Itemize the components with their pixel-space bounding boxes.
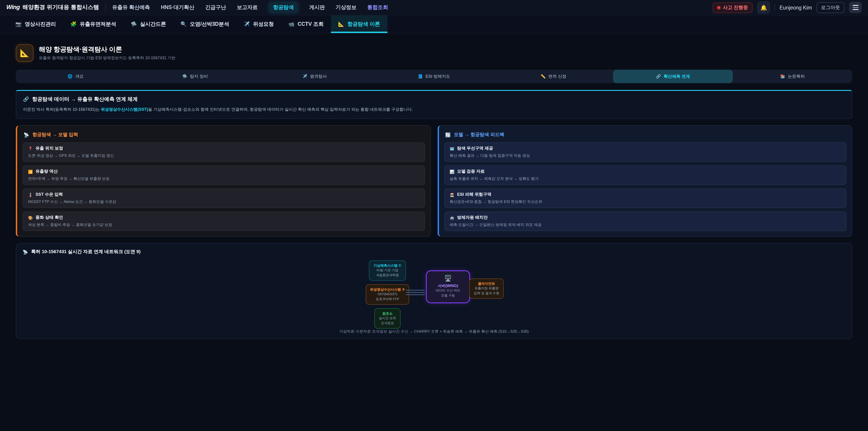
palette-icon: 🎨 xyxy=(28,215,33,220)
diagram-caption: 기상자료·수온자료·조석정보 실시간 수신 → CHARRY 조류 + 취송류 … xyxy=(23,329,845,334)
camera-icon: 📷 xyxy=(16,21,22,27)
triangle-ruler-icon: 📐 xyxy=(20,49,29,58)
tab-label: 원격탐사 xyxy=(310,73,327,79)
triangle-ruler-icon: 📐 xyxy=(338,21,344,27)
drone-icon: 🛸 xyxy=(182,74,187,79)
flow-item-title: 유출량 역산 xyxy=(35,168,58,175)
node-line: 입력 및 결과 수령 xyxy=(474,291,499,296)
node-client: 클라이언트 유출지점·유출량 입력 및 결과 수령 xyxy=(469,278,504,299)
flow-item-desc: 확산경로×ESI 중첩 → 항공탐색 ESI 현장확인 우선순위 xyxy=(450,199,841,204)
node-title: 검조소 xyxy=(379,311,396,316)
connector-line xyxy=(406,290,425,290)
tab-area-calculation[interactable]: ✏️ 면적 산정 xyxy=(494,70,613,83)
tab-label: 확산예측 연계 xyxy=(664,73,690,79)
flow-item: 🚢 방제자원 배치안 예측 도달시간 → 오일펜스·방제정 최적 배치 좌표 제… xyxy=(444,212,846,231)
network-title: 📡 특허 10-1567431 실시간 자료 연계 네트워크 (도면 9) xyxy=(23,249,845,255)
bell-icon: 🔔 xyxy=(761,4,767,11)
connector-line xyxy=(406,292,425,293)
books-icon: 📚 xyxy=(780,74,785,79)
flow-item: 🏖️ ESI 피해 위험구역 확산경로×ESI 중첩 → 항공탐색 ESI 현장… xyxy=(444,188,846,208)
flow-item-desc: 면적×두께 → 유량 추정 → 확산모델 유출량 보정 xyxy=(28,176,419,181)
beach-icon: 🏖️ xyxy=(450,192,454,197)
section-description: 이문진 박사 특허(등록특허 10-1567431)는 위성영상수신시스템(SS… xyxy=(23,107,845,113)
description-text: 을 기상예측시스템·검조소와 함께 인터넷으로 연결하여, 항공탐색 데이터가 … xyxy=(148,107,413,112)
page-badge: 📐 xyxy=(16,44,33,62)
node-line: 모델 구동 xyxy=(430,294,466,298)
ship-icon: 🚢 xyxy=(450,215,454,220)
network-title-text: 특허 10-1567431 실시간 자료 연계 네트워크 (도면 9) xyxy=(31,249,141,255)
logout-button[interactable]: 로그아웃 xyxy=(816,2,844,13)
flow-item: 🌡️ SST 수온 입력 NGSST FTP 수신 → Akima 보간 → 풍… xyxy=(23,188,425,208)
nav-item-emergency-rescue[interactable]: 긴급구난 xyxy=(205,4,226,11)
globe-icon: 🌐 xyxy=(67,74,72,79)
flow-item: 🎨 풍화 상태 확인 색상 분류 → 증발비 추정 → 풍화모델 초기값 보정 xyxy=(23,212,425,231)
flow-item: 📍 유출 위치 보정 드론·위성 영상 → GPS 좌표 → 모델 유출지점 갱… xyxy=(23,143,425,162)
pencil-icon: ✏️ xyxy=(541,74,546,79)
flow-item-desc: 확산 예측 결과 → 다음 탐색 집중구역 자동 생성 xyxy=(450,153,841,158)
world-map-icon: 🗺️ xyxy=(450,146,454,151)
thermometer-icon: 🌡️ xyxy=(28,192,33,197)
tab-esi-map[interactable]: 📘 ESI 방제지도 xyxy=(374,70,494,83)
flow-item-title: 풍화 상태 확인 xyxy=(35,215,63,221)
flow-item-title: 모델 검증 자료 xyxy=(457,168,485,175)
airplane-icon: ✈️ xyxy=(244,21,250,27)
flow-item-desc: 예측 도달시간 → 오일펜스·방제정 최적 배치 좌표 제공 xyxy=(450,222,841,227)
brand: Wing 해양환경 위기대응 통합시스템 xyxy=(6,4,99,11)
bar-chart-icon: 📊 xyxy=(450,169,454,174)
nav-item-spill-forecast[interactable]: 유출유 확산예측 xyxy=(112,4,150,11)
node-satellite-receiver: 위성영상수신시스템 ② SST(NGSST) 토호쿠대학 FTP xyxy=(366,284,409,305)
app-window: Wing 해양환경 위기대응 통합시스템 유출유 확산예측 HNS·대기확산 긴… xyxy=(0,0,868,431)
node-title: 위성영상수신시스템 ② xyxy=(370,287,405,292)
node-title: 기상예측시스템 ① xyxy=(373,263,401,268)
flow-item: 📊 모델 검증 자료 실측 유출유 위치 ↔ 예측값 오차 분석 → 정확도 평… xyxy=(444,165,846,185)
tab-label: 면적 산정 xyxy=(548,73,566,79)
divider xyxy=(105,4,106,11)
notification-button[interactable]: 🔔 xyxy=(757,1,770,13)
tab-detection-equipment[interactable]: 🛸 탐지 장비 xyxy=(135,70,255,83)
subtab-label: 위성요청 xyxy=(253,21,274,28)
subtab-realtime-drone[interactable]: 🛸 실시간드론 xyxy=(123,16,173,33)
node-line: 토호쿠대학 FTP xyxy=(370,297,405,302)
tab-label: 논문특허 xyxy=(788,73,805,79)
satellite-antenna-icon: 📡 xyxy=(23,249,28,254)
subtab-pollution-ship-3d[interactable]: 🔍 오염/선박3D분석 xyxy=(173,16,236,33)
node-title: 클라이언트 xyxy=(474,281,499,286)
tab-papers-patents[interactable]: 📚 논문특허 xyxy=(733,70,852,83)
subtab-spill-area-analysis[interactable]: 🧩 유출유면적분석 xyxy=(63,16,123,33)
subtab-photo-management[interactable]: 📷 영상사진관리 xyxy=(8,16,63,33)
magnifier-icon: 🔍 xyxy=(180,21,186,27)
incident-dot-icon xyxy=(717,6,720,9)
tab-label: 탐지 장비 xyxy=(190,73,208,79)
pin-icon: 📍 xyxy=(28,146,33,151)
menu-button[interactable] xyxy=(849,2,862,13)
tab-overview[interactable]: 🌐 개요 xyxy=(16,70,135,83)
flow-item: 🗺️ 탐색 우선구역 제공 확산 예측 결과 → 다음 탐색 집중구역 자동 생… xyxy=(444,143,846,162)
card-search-to-model: 📡 항공탐색 → 모델 입력 📍 유출 위치 보정 드론·위성 영상 → GPS… xyxy=(16,125,431,237)
card-title-text: 모델 → 항공탐색 피드백 xyxy=(454,131,504,138)
tab-diffusion-forecast-link[interactable]: 🔗 확산예측 연계 xyxy=(613,70,733,83)
nav-item-hns-atmospheric[interactable]: HNS·대기확산 xyxy=(161,4,194,11)
description-text: 이문진 박사 특허(등록특허 10-1567431)는 xyxy=(23,107,101,112)
incident-status-badge[interactable]: 사고 진행중 xyxy=(712,2,753,13)
refresh-icon: 🔄 xyxy=(445,132,451,137)
main-nav: 유출유 확산예측 HNS·대기확산 긴급구난 보고자료 항공탐색 게시판 기상정… xyxy=(112,2,706,13)
subtab-label: 항공탐색 이론 xyxy=(347,21,380,28)
page-title-group: 해양 항공탐색·원격탐사 이론 유출유 원격탐지·항공감시 기법·ESI 방제정… xyxy=(39,45,176,61)
subtab-aerial-search-theory[interactable]: 📐 항공탐색 이론 xyxy=(331,16,388,33)
node-line: SST(NGSST) xyxy=(370,292,405,297)
nav-item-weather-info[interactable]: 기상정보 xyxy=(336,4,356,11)
nav-item-integrated-search[interactable]: 통합조회 xyxy=(367,4,388,11)
nav-item-board[interactable]: 게시판 xyxy=(309,4,325,11)
node-weather-system: 기상예측시스템 ① 바람·기온·기압 국립환경과학원 xyxy=(369,260,406,281)
nav-item-reports[interactable]: 보고자료 xyxy=(237,4,258,11)
tab-label: 개요 xyxy=(75,73,84,79)
patent-network-section: 📡 특허 10-1567431 실시간 자료 연계 네트워크 (도면 9) 기상… xyxy=(16,243,852,339)
node-line: 데이터 수신·처리 xyxy=(430,288,466,294)
flow-item-desc: 드론·위성 영상 → GPS 좌표 → 모델 유출지점 갱신 xyxy=(28,153,419,158)
airplane-icon: ✈️ xyxy=(302,74,307,79)
subtab-cctv[interactable]: 📹 CCTV 조회 xyxy=(281,16,331,33)
satellite-antenna-icon: 📡 xyxy=(24,132,29,137)
tab-remote-sensing[interactable]: ✈️ 원격탐사 xyxy=(255,70,374,83)
subtab-satellite-request[interactable]: ✈️ 위성요청 xyxy=(237,16,281,33)
nav-item-aerial-search[interactable]: 항공탐색 xyxy=(269,2,298,13)
